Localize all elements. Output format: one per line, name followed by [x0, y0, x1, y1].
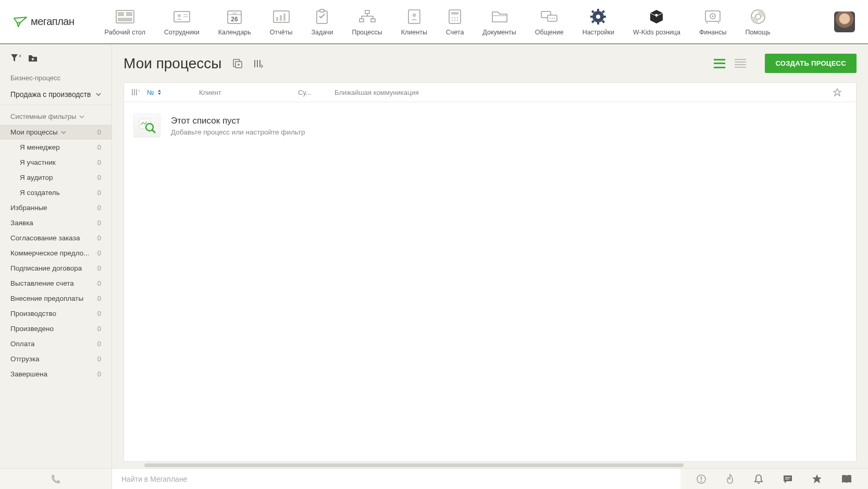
nav-processes[interactable]: Процессы	[342, 4, 391, 40]
svg-rect-43	[590, 16, 593, 18]
chevron-down-icon	[96, 93, 101, 96]
phone-button[interactable]	[0, 469, 112, 489]
svg-point-37	[552, 18, 553, 19]
svg-line-72	[152, 130, 155, 132]
horizontal-scrollbar[interactable]	[123, 462, 857, 468]
filter-count: 0	[97, 340, 101, 348]
filter-label: Заявка	[10, 219, 33, 227]
filter-count: 0	[97, 204, 101, 212]
global-search[interactable]	[112, 469, 680, 489]
col-sum[interactable]: Су...	[298, 89, 334, 96]
message-icon[interactable]	[783, 474, 793, 484]
sort-columns-icon[interactable]	[252, 57, 265, 70]
nav-clients[interactable]: Клиенты	[392, 4, 437, 40]
filter-row[interactable]: Я создатель0	[0, 185, 111, 200]
col-communication[interactable]: Ближайшая коммуникация	[334, 89, 833, 96]
filter-label: Избранные	[10, 204, 47, 212]
star-icon[interactable]	[812, 474, 822, 484]
avatar[interactable]	[834, 11, 855, 32]
columns-config-icon[interactable]: +	[131, 88, 147, 96]
nav-label: Помощь	[745, 29, 770, 36]
filter-label: Мои процессы	[10, 128, 66, 136]
svg-rect-2	[126, 12, 132, 16]
system-filters-head[interactable]: Системные фильтры	[0, 105, 111, 125]
search-input[interactable]	[121, 475, 671, 483]
svg-point-31	[454, 19, 456, 21]
filter-row[interactable]: Отгрузка0	[0, 351, 111, 366]
nav-tasks[interactable]: Задачи	[302, 4, 342, 40]
scroll-thumb[interactable]	[144, 463, 684, 467]
alert-icon[interactable]	[696, 474, 706, 484]
filter-row[interactable]: Я аудитор0	[0, 170, 111, 185]
col-number[interactable]: №	[147, 89, 199, 96]
filter-label: Оплата	[10, 340, 34, 348]
nav-label: W-Kids розница	[633, 29, 680, 36]
col-client[interactable]: Клиент	[199, 89, 298, 96]
filter-count: 0	[97, 310, 101, 317]
sidebar: + Бизнес-процесс Продажа с производств С…	[0, 44, 112, 468]
filter-row[interactable]: Внесение предоплаты0	[0, 291, 111, 306]
filter-count: 0	[97, 370, 101, 378]
nav-chat[interactable]: Общение	[526, 4, 573, 40]
filter-row[interactable]: Произведено0	[0, 321, 111, 336]
table-head: + № Клиент Су... Ближайшая коммуникация	[124, 83, 856, 102]
calendar-icon: ЯНВ26	[227, 8, 242, 26]
nav-calendar[interactable]: ЯНВ26 Календарь	[209, 4, 261, 40]
svg-rect-41	[597, 9, 599, 11]
create-process-button[interactable]: СОЗДАТЬ ПРОЦЕСС	[765, 54, 857, 73]
nav-label: Задачи	[311, 29, 333, 36]
svg-text:26: 26	[231, 16, 239, 23]
filter-row[interactable]: Заявка0	[0, 215, 111, 230]
svg-rect-24	[419, 16, 420, 18]
top-nav: Рабочий стол Сотрудники ЯНВ26 Календарь …	[95, 4, 834, 40]
filter-row[interactable]: Оплата0	[0, 336, 111, 351]
nav-desktop[interactable]: Рабочий стол	[95, 4, 155, 40]
view-compact-button[interactable]	[735, 59, 746, 68]
svg-point-38	[554, 18, 555, 19]
sidebar-tools: +	[0, 44, 111, 71]
filter-row[interactable]: Подписание договора0	[0, 261, 111, 276]
nav-finance[interactable]: Финансы	[690, 4, 736, 40]
business-process-select[interactable]: Продажа с производств	[0, 85, 111, 105]
nav-settings[interactable]: Настройки	[573, 4, 624, 40]
nav-reports[interactable]: Отчёты	[261, 4, 302, 40]
help-icon	[750, 8, 766, 26]
filter-row[interactable]: Завершена0	[0, 366, 111, 382]
folder-add-icon[interactable]	[28, 54, 39, 64]
book-icon[interactable]	[841, 474, 852, 484]
filter-row[interactable]: Производство0	[0, 306, 111, 321]
filter-row[interactable]: Я менеджер0	[0, 140, 111, 155]
svg-rect-18	[365, 10, 369, 14]
view-list-button[interactable]	[714, 59, 725, 68]
filter-label: Я аудитор	[20, 174, 53, 181]
filter-row[interactable]: Я участник0	[0, 155, 111, 170]
empty-state: Этот список пуст Добавьте процесс или на…	[124, 102, 856, 149]
nav-wkids[interactable]: W-Kids розница	[624, 4, 690, 40]
nav-documents[interactable]: Документы	[473, 4, 525, 40]
logo[interactable]: мегаплан	[13, 16, 75, 28]
nav-label: Сотрудники	[164, 29, 200, 36]
filter-row[interactable]: Выставление счета0	[0, 276, 111, 291]
col-favorite[interactable]	[833, 88, 849, 96]
filter-row[interactable]: Коммерческое предло...0	[0, 246, 111, 261]
chat-icon	[540, 8, 559, 26]
filter-count: 0	[97, 234, 101, 242]
fire-icon[interactable]	[725, 474, 735, 484]
filter-row[interactable]: Согласование заказа0	[0, 230, 111, 246]
page-title: Мои процессы	[123, 55, 221, 72]
filter-count: 0	[97, 279, 101, 287]
bell-icon[interactable]	[753, 474, 764, 484]
section-title: Системные фильтры	[10, 113, 76, 120]
filter-row[interactable]: Избранные0	[0, 200, 111, 215]
view-toggles: СОЗДАТЬ ПРОЦЕСС	[714, 54, 857, 73]
filter-add-icon[interactable]: +	[10, 54, 21, 65]
filter-row[interactable]: Мои процессы0	[0, 125, 111, 140]
nav-help[interactable]: Помощь	[736, 4, 779, 40]
filter-count: 0	[97, 128, 101, 136]
nav-bills[interactable]: Счета	[437, 4, 473, 40]
filter-label: Я создатель	[20, 189, 60, 197]
filter-label: Коммерческое предло...	[10, 249, 89, 257]
nav-employees[interactable]: Сотрудники	[155, 4, 209, 40]
copy-icon[interactable]	[231, 57, 244, 70]
list-card: + № Клиент Су... Ближайшая коммуникация	[123, 82, 857, 462]
